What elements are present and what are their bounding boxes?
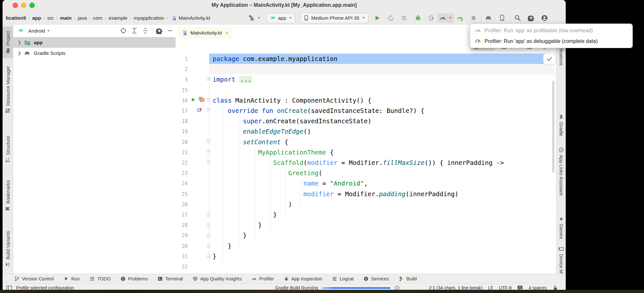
project-view-select[interactable]: Android xyxy=(28,28,45,34)
line-number[interactable]: 30 xyxy=(176,241,188,251)
code-line-20[interactable]: 20 setContent { xyxy=(176,137,556,147)
stripe-item-build-variants[interactable]: Build Variants xyxy=(5,231,11,267)
profiler-menu-item-profileable[interactable]: Profiler: Run 'app' as profileable (low … xyxy=(470,25,632,36)
line-number[interactable]: 18 xyxy=(176,116,188,126)
run-configuration-select[interactable]: app xyxy=(267,13,295,23)
breadcrumb-item-src[interactable]: src xyxy=(47,15,54,21)
code-line-28[interactable]: 28 } xyxy=(176,220,556,230)
breadcrumb[interactable]: lication5›app›src›main›java›com›example›… xyxy=(6,11,210,25)
tool-window-button-services[interactable]: Services xyxy=(363,276,389,281)
stripe-item-gradle[interactable]: Gradle xyxy=(559,114,564,136)
line-number[interactable]: 15 xyxy=(176,85,188,96)
stripe-item-project[interactable]: Project xyxy=(5,31,11,53)
editor[interactable]: MainActivity.kt × CodeSplitDesign 1packa… xyxy=(176,25,556,283)
code-line-15[interactable]: 15 xyxy=(176,85,556,96)
tool-window-button-logcat[interactable]: Logcat xyxy=(332,276,354,281)
line-number[interactable]: 22 xyxy=(176,157,188,168)
inspections-widget[interactable] xyxy=(543,54,555,65)
tool-window-button-app-inspection[interactable]: App Inspection xyxy=(284,276,322,281)
profiler-menu-chevron-icon[interactable] xyxy=(447,14,453,22)
code-line-1[interactable]: 1package com.example.myapplication xyxy=(176,54,556,64)
stop-button[interactable] xyxy=(469,14,478,22)
line-number[interactable]: 27 xyxy=(176,209,188,220)
breadcrumb-item-app[interactable]: app xyxy=(32,15,41,21)
collapse-all-button[interactable] xyxy=(141,27,149,35)
run-button[interactable] xyxy=(373,14,381,22)
code-line-18[interactable]: 18 super.onCreate(savedInstanceState) xyxy=(176,116,556,126)
profile-low-overhead-button[interactable] xyxy=(456,14,464,22)
build-menu-chevron-icon[interactable] xyxy=(256,14,262,22)
line-number[interactable]: 16 xyxy=(176,95,188,106)
tool-window-button-app-quality-insights[interactable]: App Quality Insights xyxy=(192,276,242,281)
device-select[interactable]: Medium Phone API 35 xyxy=(300,13,369,23)
line-number[interactable]: 2 xyxy=(176,64,188,75)
code-line-23[interactable]: 23 Greeting( xyxy=(176,168,556,178)
expand-chevron-icon[interactable]: ❯ xyxy=(18,40,21,45)
code-line-25[interactable]: 25 modifier = Modifier.padding(innerPadd… xyxy=(176,189,556,199)
code-line-31[interactable]: 31} xyxy=(176,251,556,262)
line-number[interactable]: 19 xyxy=(176,126,188,137)
run-class-gutter-icon[interactable] xyxy=(190,96,197,103)
breadcrumb-item-example[interactable]: example xyxy=(109,15,128,21)
override-gutter-icon[interactable] xyxy=(196,106,203,113)
profiler-button-group[interactable] xyxy=(437,13,454,23)
line-number[interactable]: 23 xyxy=(176,168,188,178)
line-number[interactable]: 28 xyxy=(176,220,188,230)
code-line-2[interactable]: 2 xyxy=(176,64,556,75)
code-line-26[interactable]: 26 ) xyxy=(176,199,556,210)
breadcrumb-item-java[interactable]: java xyxy=(78,15,87,21)
gradle-sync-button[interactable] xyxy=(485,14,493,22)
tool-window-button-todo[interactable]: TODO xyxy=(90,276,111,281)
title-bar[interactable]: My Application – MainActivity.kt [My_App… xyxy=(3,0,566,11)
code-line-32[interactable]: 32 xyxy=(176,261,556,272)
stripe-item-app-links-assistant[interactable]: App Links Assistant xyxy=(559,147,564,196)
breadcrumb-item-mainactivity-kt[interactable]: MainActivity.kt xyxy=(178,15,210,21)
apply-code-changes-button[interactable] xyxy=(400,14,409,22)
hide-panel-button[interactable] xyxy=(166,27,174,35)
tree-row-app[interactable]: ❯app xyxy=(13,37,176,48)
breadcrumb-item-lication5[interactable]: lication5 xyxy=(6,15,26,21)
build-button[interactable] xyxy=(247,14,256,22)
stripe-item-resource-manager[interactable]: Resource Manager xyxy=(5,66,11,113)
line-number[interactable]: 20 xyxy=(176,137,188,147)
line-number[interactable]: 25 xyxy=(176,189,188,199)
code-line-27[interactable]: 27 } xyxy=(176,209,556,220)
panel-options-button[interactable] xyxy=(155,27,163,35)
code-line-21[interactable]: 21 MyApplicationTheme { xyxy=(176,147,556,158)
code-line-19[interactable]: 19 enableEdgeToEdge() xyxy=(176,126,556,137)
tool-window-button-build[interactable]: Build xyxy=(399,276,417,281)
editor-scrollbar[interactable] xyxy=(552,81,554,173)
editor-tab-mainactivity[interactable]: MainActivity.kt × xyxy=(178,27,232,39)
tool-window-button-problems[interactable]: Problems xyxy=(120,276,148,281)
code-line-3[interactable]: 3import ... xyxy=(176,74,556,85)
breadcrumb-item-myapplication[interactable]: myapplication xyxy=(134,15,164,21)
line-number[interactable]: 31 xyxy=(176,251,188,262)
profiler-button[interactable] xyxy=(438,14,447,22)
line-number[interactable]: 29 xyxy=(176,230,188,241)
apply-changes-restart-button[interactable]: A xyxy=(387,14,395,22)
code-line-24[interactable]: 24 name = "Android", xyxy=(176,178,556,189)
code-line-22[interactable]: 22 Scaffold(modifier = Modifier.fillMaxS… xyxy=(176,157,556,168)
close-tab-icon[interactable]: × xyxy=(225,30,228,36)
stripe-item-gemini[interactable]: Gemini xyxy=(559,216,564,239)
tree-row-gradle-scripts[interactable]: ❯Gradle Scripts xyxy=(13,48,176,58)
line-number[interactable]: 32 xyxy=(176,261,188,272)
search-everywhere-button[interactable] xyxy=(513,14,522,22)
debug-button[interactable] xyxy=(414,14,422,22)
breadcrumb-item-com[interactable]: com xyxy=(93,15,102,21)
profiler-menu-item-debuggable[interactable]: Profiler: Run 'app' as debuggable (compl… xyxy=(470,36,632,46)
line-number[interactable]: 26 xyxy=(176,199,188,210)
stripe-item-structure[interactable]: Structure xyxy=(5,136,11,163)
tool-window-button-profiler[interactable]: Profiler xyxy=(251,276,274,281)
code-line-29[interactable]: 29 } xyxy=(176,230,556,241)
breadcrumb-item-main[interactable]: main xyxy=(60,15,72,21)
stripe-item-bookmarks[interactable]: Bookmarks xyxy=(5,180,11,212)
select-opened-file-button[interactable] xyxy=(120,27,127,35)
account-avatar[interactable] xyxy=(540,14,549,22)
tool-window-button-version-control[interactable]: Version Control xyxy=(14,276,54,281)
device-manager-button[interactable] xyxy=(498,14,506,22)
line-number[interactable]: 21 xyxy=(176,147,188,158)
expand-chevron-icon[interactable]: ❯ xyxy=(18,51,21,56)
code-line-30[interactable]: 30 } xyxy=(176,241,556,251)
line-number[interactable]: 17 xyxy=(176,106,188,116)
